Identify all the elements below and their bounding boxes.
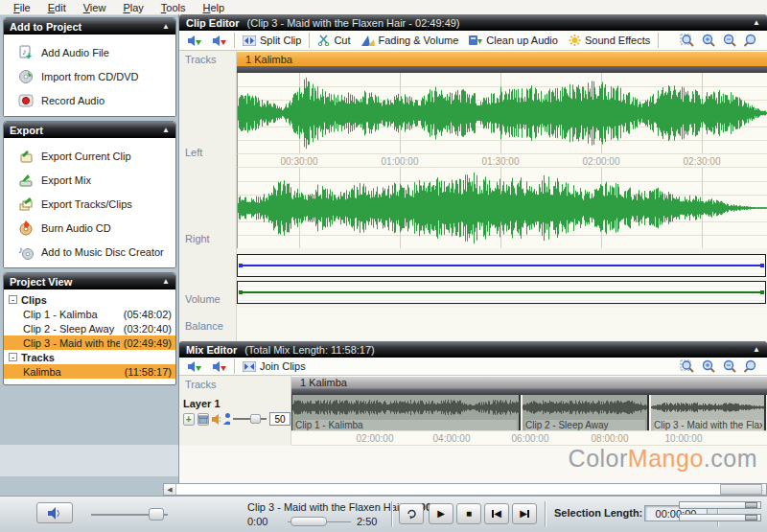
audio-input-button[interactable] bbox=[184, 34, 204, 48]
menu-edit[interactable]: Edit bbox=[40, 1, 74, 14]
master-volume-thumb[interactable] bbox=[149, 508, 164, 520]
tree-collapse-icon[interactable]: - bbox=[9, 295, 17, 304]
tree-group-tracks[interactable]: - Tracks bbox=[4, 350, 175, 364]
add-to-project-header[interactable]: Add to Project ▲ bbox=[4, 18, 175, 35]
menu-tools[interactable]: Tools bbox=[153, 1, 194, 14]
volume-line[interactable] bbox=[239, 265, 764, 266]
tree-item-clip1[interactable]: Clip 1 - Kalimba (05:48:02) bbox=[4, 307, 175, 321]
previous-button[interactable]: ◀ bbox=[484, 503, 509, 524]
menu-view[interactable]: View bbox=[76, 1, 114, 14]
clip-editor-titlebar: Clip Editor (Clip 3 - Maid with the Flax… bbox=[179, 14, 767, 31]
total-time: 2:50 bbox=[357, 516, 377, 527]
meter-thumb[interactable] bbox=[745, 515, 757, 520]
balance-envelope[interactable] bbox=[237, 281, 766, 304]
menu-file[interactable]: File bbox=[6, 1, 38, 14]
export-current-clip-button[interactable]: Export Current Clip bbox=[4, 144, 175, 168]
burn-audio-cd-button[interactable]: Burn Audio CD bbox=[4, 216, 175, 240]
zoom-out-icon[interactable] bbox=[722, 34, 737, 48]
project-view-header[interactable]: Project View ▲ bbox=[4, 273, 175, 289]
horizontal-scrollbar[interactable]: ◀ ▶ bbox=[163, 483, 767, 496]
scrollbar-track[interactable] bbox=[176, 484, 754, 495]
layer-volume-input[interactable] bbox=[269, 412, 291, 426]
clip-track-header[interactable]: 1 Kalimba bbox=[237, 51, 767, 66]
import-cd-dvd-label: Import from CD/DVD bbox=[41, 71, 138, 82]
delete-layer-button[interactable] bbox=[198, 413, 209, 426]
zoom-full-icon[interactable] bbox=[743, 34, 758, 48]
record-audio-button[interactable]: Record Audio bbox=[4, 88, 175, 112]
zoom-selection-icon[interactable] bbox=[680, 34, 695, 48]
collapse-arrow-icon[interactable]: ▲ bbox=[162, 126, 170, 134]
speaker-button[interactable] bbox=[36, 502, 73, 523]
right-waveform[interactable] bbox=[237, 168, 767, 248]
next-button[interactable]: ▶ bbox=[512, 503, 537, 524]
right-channel-label: Right bbox=[185, 233, 210, 244]
add-layer-button[interactable]: + bbox=[183, 413, 195, 426]
scrollbar-thumb[interactable] bbox=[720, 484, 762, 495]
join-clips-button[interactable]: Join Clips bbox=[240, 359, 309, 373]
zoom-out-icon[interactable] bbox=[722, 359, 737, 374]
clean-up-audio-button[interactable]: Clean up Audio bbox=[466, 34, 561, 47]
seek-thumb[interactable] bbox=[291, 517, 327, 526]
effects-row-area[interactable] bbox=[237, 308, 767, 340]
audio-output-button[interactable] bbox=[209, 34, 229, 48]
split-clip-button[interactable]: Split Clip bbox=[240, 34, 304, 47]
play-button[interactable]: ▶ bbox=[429, 503, 453, 524]
layer-title: Layer 1 bbox=[179, 395, 291, 409]
add-to-music-disc-creator-button[interactable]: ♪ Add to Music Disc Creator bbox=[4, 240, 175, 264]
scroll-left-arrow[interactable]: ◀ bbox=[164, 484, 176, 495]
time-tick: 02:00:00 bbox=[357, 433, 394, 444]
sound-effects-button[interactable]: Sound Effects bbox=[566, 34, 653, 47]
time-tick: 00:30:00 bbox=[281, 156, 318, 167]
zoom-in-icon[interactable] bbox=[701, 34, 716, 48]
add-audio-file-button[interactable]: ♪+ Add Audio File bbox=[4, 40, 175, 64]
stop-button[interactable]: ■ bbox=[456, 503, 481, 524]
volume-row-label: Volume bbox=[185, 293, 221, 305]
solo-person-icon[interactable] bbox=[223, 413, 230, 425]
clip-time-ruler[interactable]: 00:30:00 01:00:00 01:30:00 02:00:00 02:3… bbox=[237, 153, 767, 168]
tree-item-track-kalimba[interactable]: Kalimba (11:58:17) bbox=[4, 364, 175, 379]
tree-item-clip3-selected[interactable]: Clip 3 - Maid with the Flaxe... (02:49:4… bbox=[4, 335, 175, 350]
collapse-arrow-icon[interactable]: ▲ bbox=[753, 345, 760, 354]
fading-volume-button[interactable]: Fading & Volume bbox=[359, 34, 462, 47]
audio-output-button[interactable] bbox=[209, 359, 229, 374]
mix-time-ruler[interactable]: 02:00:00 04:00:00 06:00:00 08:00:00 10:0… bbox=[291, 430, 767, 446]
volume-envelope[interactable] bbox=[237, 254, 766, 277]
left-waveform[interactable] bbox=[237, 73, 767, 153]
loop-icon bbox=[406, 508, 418, 520]
export-tracks-clips-button[interactable]: Export Tracks/Clips bbox=[4, 192, 175, 216]
cut-button[interactable]: Cut bbox=[314, 34, 353, 47]
mix-clip-3[interactable]: Clip 3 - Maid with the Flaxen... bbox=[651, 395, 766, 430]
import-cd-dvd-button[interactable]: Import from CD/DVD bbox=[4, 64, 175, 88]
layer-volume-slider[interactable] bbox=[233, 413, 267, 425]
watermark-color: Color bbox=[569, 445, 628, 472]
mix-track-header[interactable]: 1 Kalimba bbox=[291, 376, 767, 389]
collapse-arrow-icon[interactable]: ▲ bbox=[162, 277, 170, 286]
track-divider-strip bbox=[237, 66, 767, 73]
left-pan-meter[interactable] bbox=[679, 501, 761, 509]
tree-collapse-icon[interactable]: - bbox=[9, 353, 17, 361]
menu-play[interactable]: Play bbox=[115, 1, 151, 14]
export-header[interactable]: Export ▲ bbox=[4, 122, 175, 138]
export-mix-button[interactable]: Export Mix bbox=[4, 168, 175, 192]
collapse-arrow-icon[interactable]: ▲ bbox=[162, 22, 170, 31]
zoom-in-icon[interactable] bbox=[701, 359, 716, 374]
mix-clip-2[interactable]: Clip 2 - Sleep Away bbox=[523, 395, 649, 430]
tree-group-clips[interactable]: - Clips bbox=[4, 292, 175, 307]
audio-input-button[interactable] bbox=[184, 359, 204, 374]
collapse-arrow-icon[interactable]: ▲ bbox=[753, 18, 760, 27]
tree-item-clip2[interactable]: Clip 2 - Sleep Away (03:20:40) bbox=[4, 321, 175, 335]
right-pan-meter[interactable] bbox=[679, 514, 761, 521]
balance-line[interactable] bbox=[239, 291, 764, 293]
loop-button[interactable] bbox=[399, 503, 424, 524]
mix-clip-1[interactable]: Clip 1 - Kalimba bbox=[291, 395, 521, 430]
menu-help[interactable]: Help bbox=[195, 1, 232, 14]
zoom-selection-icon[interactable] bbox=[680, 359, 695, 374]
meter-thumb[interactable] bbox=[745, 502, 757, 508]
zoom-full-icon[interactable] bbox=[743, 359, 758, 374]
mute-speaker-icon[interactable] bbox=[212, 414, 221, 425]
clip2-time: (03:20:40) bbox=[124, 323, 172, 335]
play-icon: ▶ bbox=[437, 509, 445, 519]
svg-text:+: + bbox=[26, 51, 32, 60]
watermark-band bbox=[0, 445, 178, 476]
separator bbox=[391, 501, 392, 526]
